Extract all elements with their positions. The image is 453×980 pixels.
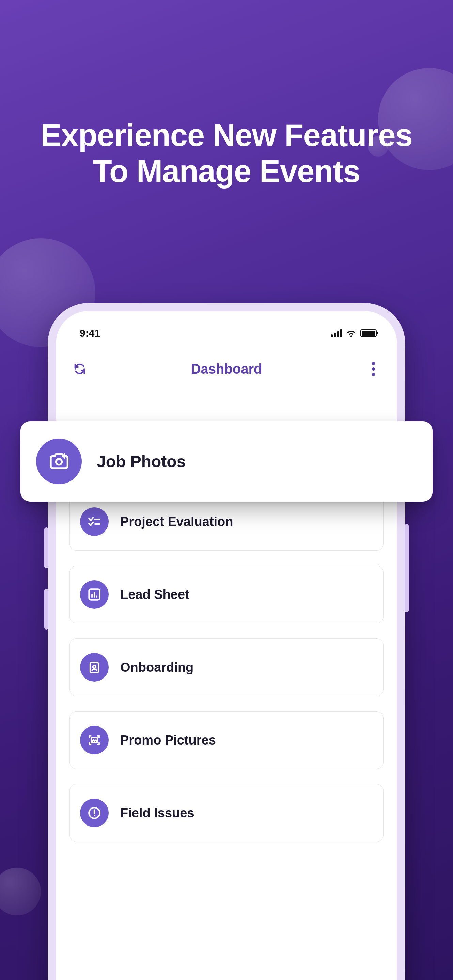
svg-point-13 <box>56 459 62 465</box>
list-item-field-issues[interactable]: Field Issues <box>70 784 383 842</box>
phone-side-button <box>44 527 48 568</box>
page-title: Dashboard <box>90 361 363 377</box>
cellular-signal-icon <box>331 329 342 337</box>
camera-plus-icon <box>36 439 82 484</box>
list-item-label: Project Evaluation <box>120 514 233 529</box>
status-indicators <box>331 329 377 337</box>
svg-point-7 <box>93 665 96 668</box>
list-item-job-photos[interactable]: Job Photos <box>21 421 432 501</box>
promo-headline: Experience New Features To Manage Events <box>0 118 453 189</box>
list-item-label: Lead Sheet <box>120 587 189 602</box>
refresh-button[interactable] <box>70 359 90 379</box>
list-item-label: Promo Pictures <box>120 733 216 748</box>
more-vertical-icon <box>372 362 375 376</box>
promo-stage: Experience New Features To Manage Events… <box>0 0 453 980</box>
phone-side-button <box>405 524 409 612</box>
phone-screen: 9:41 <box>56 311 397 980</box>
battery-icon <box>360 329 377 337</box>
list-item-label: Onboarding <box>120 660 193 675</box>
bar-chart-icon <box>80 580 108 609</box>
app-bar: Dashboard <box>56 348 397 389</box>
status-time: 9:41 <box>80 327 100 339</box>
status-bar: 9:41 <box>56 318 397 348</box>
issue-icon <box>80 799 108 827</box>
id-badge-icon <box>80 653 108 682</box>
list-item-promo-pictures[interactable]: Promo Pictures <box>70 711 383 769</box>
decorative-bubble <box>0 868 41 915</box>
image-frame-icon <box>80 726 108 754</box>
wifi-icon <box>346 329 356 337</box>
list-item-onboarding[interactable]: Onboarding <box>70 638 383 696</box>
list-item-label: Field Issues <box>120 806 195 821</box>
svg-point-12 <box>94 815 95 816</box>
list-item-label: Job Photos <box>97 452 186 471</box>
more-options-button[interactable] <box>363 359 383 379</box>
list-item-lead-sheet[interactable]: Lead Sheet <box>70 566 383 624</box>
phone-side-button <box>44 589 48 630</box>
phone-frame: 9:41 <box>48 303 405 980</box>
checklist-icon <box>80 508 108 536</box>
